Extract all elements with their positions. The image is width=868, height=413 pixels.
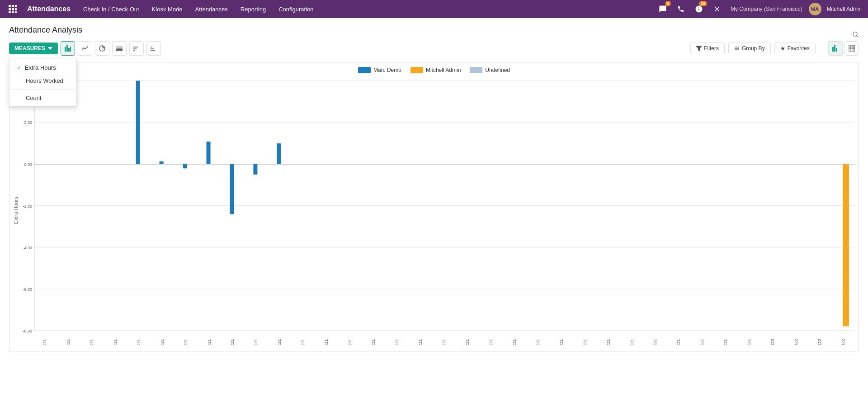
- svg-rect-6: [9, 11, 11, 13]
- apps-grid-icon[interactable]: [5, 0, 21, 18]
- measures-container: MEASURES ✓ Extra Hours Hours Worked Coun…: [9, 43, 58, 54]
- x-tick-23: 24 Dec 2021: [583, 339, 587, 345]
- chart-svg: Extra Hours: [9, 76, 859, 345]
- group-by-label: Group By: [742, 45, 765, 52]
- activity-icon-btn[interactable]: 26: [692, 2, 706, 16]
- page-search-icon[interactable]: [852, 31, 859, 40]
- x-tick-21: 22 Dec 2021: [536, 339, 540, 345]
- legend-label-undefined: Undefined: [485, 67, 510, 73]
- user-avatar[interactable]: MA: [809, 3, 821, 15]
- toolbar: MEASURES ✓ Extra Hours Hours Worked Coun…: [9, 41, 859, 56]
- svg-rect-28: [836, 48, 837, 52]
- y-tick-neg4: -4.00: [23, 246, 32, 250]
- nav-checkin-checkout[interactable]: Check In / Check Out: [77, 0, 146, 18]
- pie-chart-button[interactable]: [95, 41, 109, 56]
- sort-asc-button[interactable]: [129, 41, 144, 56]
- close-icon-btn[interactable]: [710, 2, 724, 16]
- y-tick-2: 2.00: [24, 120, 32, 125]
- toolbar-right: Filters Group By ★ Favorites: [690, 41, 859, 56]
- page-title: Attendance Analysis: [9, 25, 859, 35]
- svg-rect-3: [9, 8, 11, 10]
- y-tick-0: 0.00: [24, 162, 32, 167]
- company-name: My Company (San Francisco): [728, 6, 805, 12]
- x-tick-24: 25 Dec 2021: [606, 339, 611, 345]
- bar-marc-05dec: [136, 81, 140, 164]
- y-tick-neg2: -2.00: [23, 204, 32, 209]
- bar-mitchell-04jan: [843, 164, 849, 326]
- svg-rect-2: [15, 5, 17, 7]
- x-tick-6: 07 Dec 2021: [184, 339, 188, 345]
- list-view-button[interactable]: [844, 41, 859, 56]
- svg-rect-7: [12, 11, 14, 13]
- measures-item-count[interactable]: Count: [9, 91, 76, 104]
- measures-divider: [9, 89, 76, 90]
- bar-marc-09dec: [230, 164, 234, 214]
- svg-rect-4: [12, 8, 14, 10]
- x-tick-8: 09 Dec 2021: [231, 339, 235, 345]
- nav-kiosk-mode[interactable]: Kiosk Mode: [146, 0, 189, 18]
- chat-badge: 6: [665, 1, 671, 6]
- measures-item-extra-hours[interactable]: ✓ Extra Hours: [9, 61, 76, 74]
- measures-dropdown: ✓ Extra Hours Hours Worked Count: [9, 59, 77, 107]
- x-tick-4: 05 Dec 2021: [137, 339, 141, 345]
- bar-marc-11dec: [277, 143, 281, 164]
- nav-configuration[interactable]: Configuration: [272, 0, 320, 18]
- stacked-chart-button[interactable]: [112, 41, 127, 56]
- x-tick-0: 01 Dec 2021: [42, 339, 47, 345]
- nav-attendances[interactable]: Attendances: [189, 0, 234, 18]
- user-name: Mitchell Admin: [825, 6, 863, 12]
- x-tick-15: 16 Dec 2021: [395, 339, 399, 345]
- legend-label-marc: Marc Demo: [373, 67, 401, 73]
- bar-marc-08dec: [207, 142, 211, 164]
- x-tick-19: 20 Dec 2021: [489, 339, 493, 345]
- chart-container: Marc Demo Mitchell Admin Undefined Extra…: [9, 62, 859, 351]
- sort-desc-button[interactable]: [146, 41, 161, 56]
- favorites-label: Favorites: [788, 45, 810, 52]
- x-tick-34: 04 Jan 2022: [841, 339, 845, 345]
- svg-rect-12: [70, 47, 71, 52]
- svg-rect-8: [15, 11, 17, 13]
- legend-undefined: Undefined: [470, 67, 510, 73]
- x-tick-10: 11 Dec 2021: [278, 339, 282, 345]
- line-chart-button[interactable]: [78, 41, 92, 56]
- check-icon: ✓: [17, 65, 21, 71]
- svg-rect-27: [834, 45, 835, 52]
- x-tick-7: 08 Dec 2021: [207, 339, 212, 345]
- x-tick-20: 21 Dec 2021: [512, 339, 517, 345]
- x-tick-31: 01 Jan 2022: [770, 339, 775, 345]
- x-tick-33: 03 Jan 2022: [817, 339, 822, 345]
- chat-icon-btn[interactable]: 6: [656, 2, 670, 16]
- group-by-button[interactable]: Group By: [728, 43, 771, 54]
- phone-icon-btn[interactable]: [674, 2, 688, 16]
- app-name: Attendances: [21, 5, 77, 13]
- chart-svg-wrapper: Extra Hours: [9, 76, 859, 345]
- chart-legend: Marc Demo Mitchell Admin Undefined: [9, 62, 859, 76]
- x-tick-9: 10 Dec 2021: [254, 339, 259, 345]
- bar-marc-06dec: [160, 161, 164, 164]
- nav-right-icons: 6 26 My Company (San Francisco) MA Mitch…: [656, 2, 863, 16]
- nav-menu: Check In / Check Out Kiosk Mode Attendan…: [77, 0, 656, 18]
- chart-view-button[interactable]: [828, 41, 843, 56]
- svg-rect-11: [68, 48, 70, 52]
- svg-line-35: [857, 36, 858, 37]
- bar-chart-button[interactable]: [61, 41, 75, 56]
- y-axis-label: Extra Hours: [13, 196, 19, 224]
- x-tick-25: 26 Dec 2021: [630, 339, 634, 345]
- measures-button[interactable]: MEASURES: [9, 43, 58, 54]
- x-tick-17: 18 Dec 2021: [442, 339, 446, 345]
- bar-marc-07dec: [183, 164, 187, 168]
- measures-item-hours-worked[interactable]: Hours Worked: [9, 74, 76, 87]
- x-tick-30: 31 Dec 2021: [747, 339, 751, 345]
- measures-item-label-1: Hours Worked: [26, 77, 63, 84]
- svg-rect-16: [116, 46, 123, 47]
- nav-reporting[interactable]: Reporting: [234, 0, 272, 18]
- filters-button[interactable]: Filters: [690, 43, 725, 54]
- top-navigation: Attendances Check In / Check Out Kiosk M…: [0, 0, 868, 18]
- svg-rect-15: [116, 47, 123, 49]
- favorites-button[interactable]: ★ Favorites: [774, 43, 816, 54]
- x-tick-28: 29 Dec 2021: [700, 339, 705, 345]
- x-tick-16: 17 Dec 2021: [418, 339, 423, 345]
- x-tick-1: 02 Dec 2021: [66, 339, 71, 345]
- svg-rect-9: [65, 47, 66, 52]
- x-tick-26: 27 Dec 2021: [653, 339, 658, 345]
